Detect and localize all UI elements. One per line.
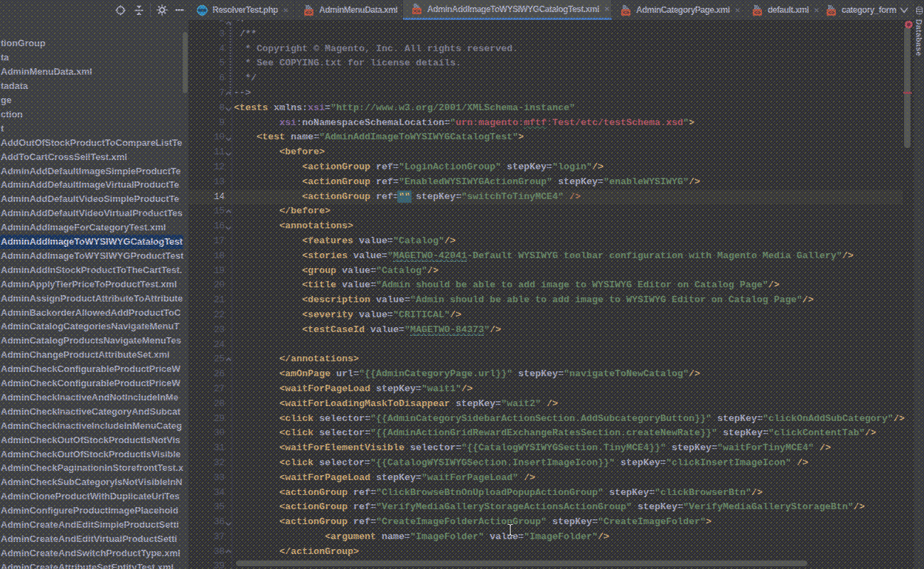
svg-text:<>: <> [754, 10, 761, 16]
svg-text:<>: <> [623, 10, 630, 16]
svg-text:<>: <> [828, 10, 835, 16]
svg-text:<>: <> [414, 9, 421, 14]
svg-text:<>: <> [306, 10, 313, 16]
